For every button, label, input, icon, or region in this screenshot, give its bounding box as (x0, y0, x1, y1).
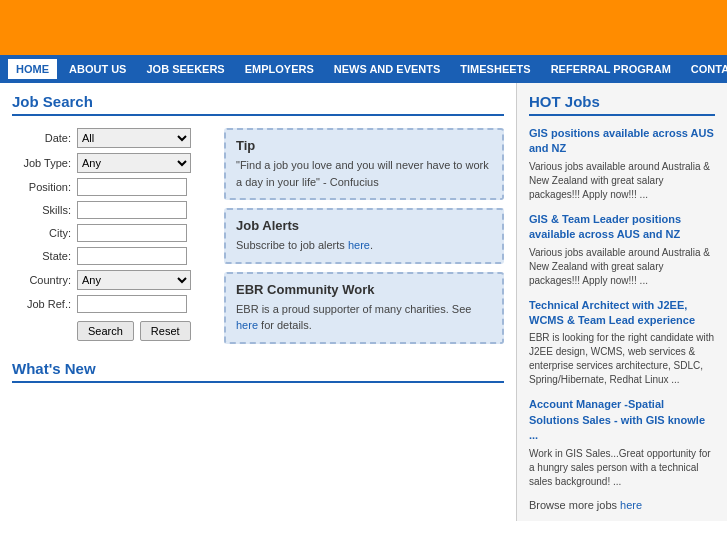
browse-more-text: Browse more jobs (529, 499, 620, 511)
nav-item-jobseekers[interactable]: JOB SEEKERS (138, 59, 232, 79)
jobref-row: Job Ref.: (12, 295, 212, 313)
position-label: Position: (12, 181, 77, 193)
state-row: State: (12, 247, 212, 265)
job-listing-3-title[interactable]: Technical Architect with J2EE, WCMS & Te… (529, 298, 715, 329)
skills-input[interactable] (77, 201, 187, 219)
date-label: Date: (12, 132, 77, 144)
community-prefix: EBR is a proud supporter of many chariti… (236, 303, 471, 315)
job-listing-4-desc: Work in GIS Sales...Great opportunity fo… (529, 447, 715, 489)
city-input[interactable] (77, 224, 187, 242)
job-listing-1: GIS positions available across AUS and N… (529, 126, 715, 202)
job-alerts-panel: Job Alerts Subscribe to job alerts here. (224, 208, 504, 264)
job-listing-2-title[interactable]: GIS & Team Leader positions available ac… (529, 212, 715, 243)
jobref-input[interactable] (77, 295, 187, 313)
skills-row: Skills: (12, 201, 212, 219)
hot-jobs-title: HOT Jobs (529, 93, 715, 116)
city-label: City: (12, 227, 77, 239)
job-alerts-title: Job Alerts (236, 218, 492, 233)
community-link[interactable]: here (236, 319, 258, 331)
top-bar (0, 0, 727, 55)
date-row: Date: All (12, 128, 212, 148)
job-listing-3: Technical Architect with J2EE, WCMS & Te… (529, 298, 715, 388)
nav-bar: HOME ABOUT US JOB SEEKERS EMPLOYERS NEWS… (0, 55, 727, 83)
search-form: Date: All Job Type: Any Position: (12, 128, 212, 344)
browse-more: Browse more jobs here (529, 499, 715, 511)
whats-new-section: What's New (12, 360, 504, 383)
search-button[interactable]: Search (77, 321, 134, 341)
right-sidebar: HOT Jobs GIS positions available across … (517, 83, 727, 521)
nav-item-news[interactable]: NEWS AND EVENTS (326, 59, 449, 79)
community-suffix: for details. (258, 319, 312, 331)
job-listing-4-title[interactable]: Account Manager -Spatial Solutions Sales… (529, 397, 715, 443)
nav-item-contact[interactable]: CONTACT US (683, 59, 727, 79)
jobtype-select[interactable]: Any (77, 153, 191, 173)
main-container: Job Search Date: All Job Type: Any (0, 83, 727, 521)
tip-text: "Find a job you love and you will never … (236, 157, 492, 190)
position-input[interactable] (77, 178, 187, 196)
nav-item-home[interactable]: HOME (8, 59, 57, 79)
job-alerts-prefix: Subscribe to job alerts (236, 239, 348, 251)
job-listing-2: GIS & Team Leader positions available ac… (529, 212, 715, 288)
skills-label: Skills: (12, 204, 77, 216)
reset-button[interactable]: Reset (140, 321, 191, 341)
country-label: Country: (12, 274, 77, 286)
job-listing-4: Account Manager -Spatial Solutions Sales… (529, 397, 715, 488)
community-title: EBR Community Work (236, 282, 492, 297)
job-listing-1-desc: Various jobs available around Australia … (529, 160, 715, 202)
browse-more-link[interactable]: here (620, 499, 642, 511)
community-text: EBR is a proud supporter of many chariti… (236, 301, 492, 334)
nav-item-referral[interactable]: REFERRAL PROGRAM (543, 59, 679, 79)
job-search-area: Date: All Job Type: Any Position: (12, 128, 504, 344)
country-select[interactable]: Any (77, 270, 191, 290)
job-search-title: Job Search (12, 93, 504, 116)
job-alerts-suffix: . (370, 239, 373, 251)
city-row: City: (12, 224, 212, 242)
nav-item-about[interactable]: ABOUT US (61, 59, 134, 79)
jobtype-row: Job Type: Any (12, 153, 212, 173)
job-alerts-text: Subscribe to job alerts here. (236, 237, 492, 254)
left-content: Job Search Date: All Job Type: Any (0, 83, 517, 521)
button-row: Search Reset (77, 321, 212, 341)
right-panels: Tip "Find a job you love and you will ne… (224, 128, 504, 344)
job-listing-3-desc: EBR is looking for the right candidate w… (529, 331, 715, 387)
nav-item-timesheets[interactable]: TIMESHEETS (452, 59, 538, 79)
jobref-label: Job Ref.: (12, 298, 77, 310)
community-panel: EBR Community Work EBR is a proud suppor… (224, 272, 504, 344)
state-input[interactable] (77, 247, 187, 265)
whats-new-title: What's New (12, 360, 504, 383)
date-select[interactable]: All (77, 128, 191, 148)
job-listing-2-desc: Various jobs available around Australia … (529, 246, 715, 288)
tip-title: Tip (236, 138, 492, 153)
country-row: Country: Any (12, 270, 212, 290)
job-listing-1-title[interactable]: GIS positions available across AUS and N… (529, 126, 715, 157)
jobtype-label: Job Type: (12, 157, 77, 169)
position-row: Position: (12, 178, 212, 196)
job-alerts-link[interactable]: here (348, 239, 370, 251)
tip-panel: Tip "Find a job you love and you will ne… (224, 128, 504, 200)
state-label: State: (12, 250, 77, 262)
nav-item-employers[interactable]: EMPLOYERS (237, 59, 322, 79)
